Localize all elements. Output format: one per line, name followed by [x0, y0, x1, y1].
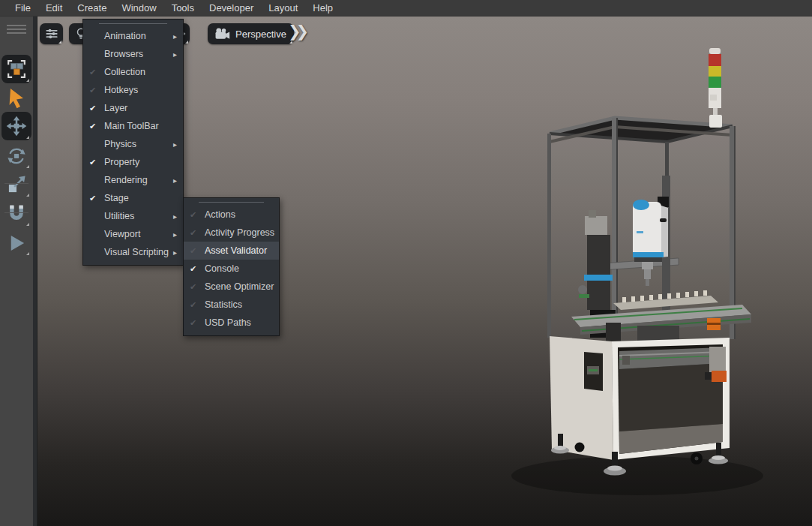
- camera-view-label: Perspective: [235, 29, 286, 40]
- menu-item-label: Collection: [104, 67, 145, 77]
- checkmark-icon: ✔: [89, 158, 104, 167]
- menu-tearoff-handle[interactable]: [184, 198, 279, 206]
- menu-item-label: Scene Optimizer: [205, 281, 274, 292]
- menu-item-actions[interactable]: ✔Actions: [184, 206, 279, 224]
- submenu-arrow-icon: ▸: [173, 212, 177, 221]
- menu-item-label: Activity Progress: [205, 227, 274, 238]
- panel-splitter[interactable]: [33, 17, 37, 526]
- render-settings-button[interactable]: [40, 23, 63, 44]
- menu-tearoff-handle[interactable]: [83, 20, 183, 27]
- move-tool-button[interactable]: [1, 112, 31, 140]
- checkmark-dim-icon: ✔: [190, 300, 205, 310]
- menu-item-utilities[interactable]: Utilities▸: [83, 207, 183, 225]
- checkmark-dim-icon: ✔: [89, 68, 104, 77]
- menu-item-browsers[interactable]: Browsers▸: [83, 45, 183, 63]
- signal-tower-cap: [709, 48, 721, 54]
- dropdown-corner: [26, 136, 29, 139]
- checkmark-icon: ✔: [190, 264, 205, 274]
- menu-item-property[interactable]: ✔Property: [83, 153, 183, 171]
- scale-tool-button[interactable]: [1, 171, 31, 198]
- menu-item-label: Layer: [104, 103, 127, 113]
- menu-item-label: Animation: [104, 31, 146, 41]
- menu-item-layer[interactable]: ✔Layer: [83, 99, 183, 117]
- application-window: Perspective ❯❯: [0, 0, 812, 526]
- dropdown-corner: [185, 41, 188, 44]
- checkmark-dim-icon: ✔: [190, 228, 205, 238]
- select-tool-button[interactable]: [1, 86, 31, 110]
- utilities-submenu-dropdown: ✔Actions✔Activity Progress✔Asset Validat…: [183, 197, 280, 336]
- menu-item-label: Utilities: [104, 211, 134, 221]
- signal-yellow-light: [709, 66, 721, 77]
- menu-item-hotkeys[interactable]: ✔Hotkeys: [83, 81, 183, 99]
- signal-green-light: [709, 77, 721, 88]
- play-icon: [7, 233, 26, 253]
- menu-item-viewport[interactable]: Viewport▸: [83, 225, 183, 243]
- menubar-item-edit[interactable]: Edit: [38, 0, 70, 17]
- menu-bar: FileEditCreateWindowToolsDeveloperLayout…: [0, 0, 812, 17]
- snap-tool-button[interactable]: [1, 200, 31, 227]
- submenu-arrow-icon: ▸: [173, 140, 177, 149]
- menu-item-label: Rendering: [104, 175, 148, 185]
- scale-icon: [7, 175, 26, 194]
- toolbar-separator: [4, 183, 28, 184]
- menu-item-label: Browsers: [104, 49, 143, 59]
- submenu-arrow-icon: ▸: [173, 32, 177, 41]
- window-menu-dropdown: Animation▸Browsers▸✔Collection✔Hotkeys✔L…: [82, 19, 184, 266]
- move-cross-icon: [5, 115, 28, 137]
- menubar-item-help[interactable]: Help: [305, 0, 340, 17]
- menu-item-console[interactable]: ✔Console: [184, 260, 279, 278]
- menu-item-physics[interactable]: Physics▸: [83, 135, 183, 153]
- menubar-item-window[interactable]: Window: [114, 0, 163, 17]
- menu-item-label: Main ToolBar: [104, 121, 159, 131]
- menu-item-label: Stage: [104, 193, 129, 203]
- submenu-arrow-icon: ▸: [173, 248, 177, 257]
- cube-selection-icon: [5, 58, 28, 80]
- checkmark-icon: ✔: [89, 104, 104, 113]
- checkmark-dim-icon: ✔: [190, 210, 205, 220]
- menu-item-label: Actions: [205, 209, 235, 220]
- menu-item-collection[interactable]: ✔Collection: [83, 63, 183, 81]
- menu-item-label: Viewport: [104, 229, 140, 239]
- menu-item-label: Console: [205, 263, 239, 274]
- checkmark-dim-icon: ✔: [190, 246, 205, 256]
- checkmark-dim-icon: ✔: [190, 282, 205, 292]
- camera-view-button[interactable]: Perspective: [208, 23, 294, 44]
- menu-item-usd-paths[interactable]: ✔USD Paths: [184, 314, 279, 332]
- menu-item-statistics[interactable]: ✔Statistics: [184, 296, 279, 314]
- toolbar-separator: [4, 212, 28, 213]
- menu-item-animation[interactable]: Animation▸: [83, 27, 183, 45]
- base-cabinet: [550, 336, 730, 460]
- menu-item-visual-scripting[interactable]: Visual Scripting▸: [83, 243, 183, 261]
- menu-item-rendering[interactable]: Rendering▸: [83, 171, 183, 189]
- tool-sidebar: [0, 17, 33, 526]
- cursor-arrow-icon: [7, 87, 26, 110]
- dropdown-corner: [26, 194, 29, 197]
- selection-mode-tool-button[interactable]: [1, 55, 31, 83]
- menu-item-asset-validator[interactable]: ✔Asset Validator: [184, 242, 279, 260]
- menu-item-label: Physics: [104, 139, 136, 149]
- magnet-icon: [6, 204, 27, 224]
- menu-item-stage[interactable]: ✔Stage: [83, 189, 183, 207]
- rotate-tool-button[interactable]: [1, 143, 31, 170]
- menubar-item-file[interactable]: File: [7, 0, 38, 17]
- robot-blue-cap: [633, 200, 649, 210]
- menubar-item-create[interactable]: Create: [70, 0, 114, 17]
- menu-item-label: Statistics: [205, 299, 242, 310]
- menu-item-scene-optimizer[interactable]: ✔Scene Optimizer: [184, 278, 279, 296]
- cage-post-front-left: [612, 118, 617, 343]
- checkmark-dim-icon: ✔: [89, 86, 104, 95]
- menu-item-label: USD Paths: [205, 317, 251, 328]
- submenu-arrow-icon: ▸: [173, 176, 177, 185]
- submenu-arrow-icon: ▸: [173, 230, 177, 239]
- toolbar-expand-chevrons-icon[interactable]: ❯❯: [288, 23, 303, 41]
- menu-item-main-toolbar[interactable]: ✔Main ToolBar: [83, 117, 183, 135]
- menu-item-activity-progress[interactable]: ✔Activity Progress: [184, 224, 279, 242]
- menubar-item-tools[interactable]: Tools: [164, 0, 202, 17]
- toolbar-drag-handle[interactable]: [7, 23, 26, 33]
- play-tool-button[interactable]: [1, 230, 31, 257]
- menubar-item-developer[interactable]: Developer: [202, 0, 261, 17]
- dropdown-corner: [26, 252, 29, 255]
- dropdown-corner: [289, 41, 292, 44]
- sliders-icon: [44, 26, 59, 41]
- menubar-item-layout[interactable]: Layout: [261, 0, 305, 17]
